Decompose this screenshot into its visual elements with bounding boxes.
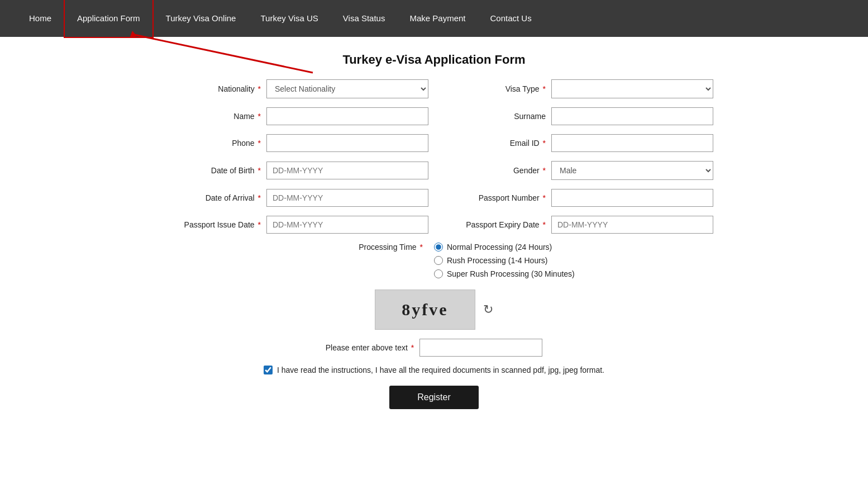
phone-label: Phone * [177,139,261,148]
surname-input-wrapper [551,107,713,125]
nav-make-payment[interactable]: Make Payment [397,0,478,37]
passport-number-label: Passport Number * [462,193,546,202]
nationality-select[interactable]: Select Nationality [266,79,428,98]
register-button[interactable]: Register [389,386,479,409]
right-passport-expiry: Passport Expiry Date * [434,216,719,234]
left-doa: Date of Arrival * [149,189,434,207]
right-passport-number: Passport Number * [434,189,719,207]
email-input[interactable] [551,134,713,152]
processing-normal-label: Normal Processing (24 Hours) [447,243,552,252]
passport-issue-input[interactable] [266,216,428,234]
surname-label: Surname [462,112,546,121]
nationality-label: Nationality * [177,84,261,93]
visa-type-input-wrapper [551,79,713,98]
nav-home[interactable]: Home [17,0,64,37]
dob-label: Date of Birth * [177,166,261,175]
captcha-row: 8yfve ↻ [149,290,719,330]
row-dob-gender: Date of Birth * Gender * Male Female [149,161,719,180]
captcha-image: 8yfve [375,290,475,330]
captcha-text: 8yfve [402,300,448,319]
visa-type-label: Visa Type * [462,84,546,93]
right-email: Email ID * [434,134,719,152]
left-nationality: Nationality * Select Nationality [149,79,434,98]
processing-options: Normal Processing (24 Hours) Rush Proces… [434,243,719,278]
left-dob: Date of Birth * [149,162,434,179]
gender-input-wrapper: Male Female [551,161,713,180]
row-doa-passport: Date of Arrival * Passport Number * [149,189,719,207]
passport-issue-input-wrapper [266,216,428,234]
row-processing-time: Processing Time * Normal Processing (24 … [149,243,719,278]
phone-input[interactable] [266,134,428,152]
passport-expiry-label: Passport Expiry Date * [462,220,546,229]
processing-super-rush[interactable]: Super Rush Processing (30 Minutes) [434,269,719,278]
processing-super-rush-radio[interactable] [434,269,443,278]
checkbox-row: I have read the instructions, I have all… [149,366,719,374]
left-phone: Phone * [149,134,434,152]
processing-rush-label: Rush Processing (1-4 Hours) [447,256,548,265]
nationality-input-wrapper: Select Nationality [266,79,428,98]
row-nationality-visatype: Nationality * Select Nationality Visa Ty… [149,79,719,98]
processing-time-label: Processing Time * [339,243,423,252]
doa-label: Date of Arrival * [177,193,261,202]
dob-input[interactable] [266,162,428,179]
captcha-refresh-button[interactable]: ↻ [483,302,493,317]
name-label: Name * [177,112,261,121]
phone-input-wrapper [266,134,428,152]
captcha-input[interactable] [419,339,542,357]
captcha-input-label: Please enter above text * [326,343,414,352]
main-nav: Home Application Form Turkey Visa Online… [0,0,868,37]
nav-visa-status[interactable]: Visa Status [331,0,398,37]
register-row: Register [149,386,719,409]
processing-normal[interactable]: Normal Processing (24 Hours) [434,243,719,252]
processing-rush-radio[interactable] [434,256,443,265]
right-visatype: Visa Type * [434,79,719,98]
doa-input[interactable] [266,189,428,207]
gender-label: Gender * [462,166,546,175]
agreement-checkbox[interactable] [264,366,273,374]
email-label: Email ID * [462,139,546,148]
passport-issue-label: Passport Issue Date * [177,220,261,229]
name-input[interactable] [266,107,428,125]
visa-type-select[interactable] [551,79,713,98]
processing-super-rush-label: Super Rush Processing (30 Minutes) [447,269,575,278]
processing-rush[interactable]: Rush Processing (1-4 Hours) [434,256,719,265]
captcha-input-row: Please enter above text * [149,339,719,357]
nav-turkey-visa-online[interactable]: Turkey Visa Online [154,0,249,37]
doa-input-wrapper [266,189,428,207]
right-gender: Gender * Male Female [434,161,719,180]
processing-normal-radio[interactable] [434,243,443,252]
nav-turkey-visa-us[interactable]: Turkey Visa US [248,0,330,37]
row-phone-email: Phone * Email ID * [149,134,719,152]
nav-application-form[interactable]: Application Form [64,0,154,38]
dob-input-wrapper [266,162,428,179]
agreement-label: I have read the instructions, I have all… [277,366,604,374]
nav-contact-us[interactable]: Contact Us [478,0,543,37]
name-input-wrapper [266,107,428,125]
passport-expiry-input[interactable] [551,216,713,234]
passport-number-input[interactable] [551,189,713,207]
right-surname: Surname [434,107,719,125]
surname-input[interactable] [551,107,713,125]
left-passport-issue: Passport Issue Date * [149,216,434,234]
left-name: Name * [149,107,434,125]
email-input-wrapper [551,134,713,152]
processing-label-col: Processing Time * [149,243,434,252]
passport-number-input-wrapper [551,189,713,207]
row-name-surname: Name * Surname [149,107,719,125]
passport-expiry-input-wrapper [551,216,713,234]
row-passport-dates: Passport Issue Date * Passport Expiry Da… [149,216,719,234]
form-container: Turkey e-Visa Application Form Nationali… [127,53,741,448]
page-title: Turkey e-Visa Application Form [149,53,719,67]
gender-select[interactable]: Male Female [551,161,713,180]
